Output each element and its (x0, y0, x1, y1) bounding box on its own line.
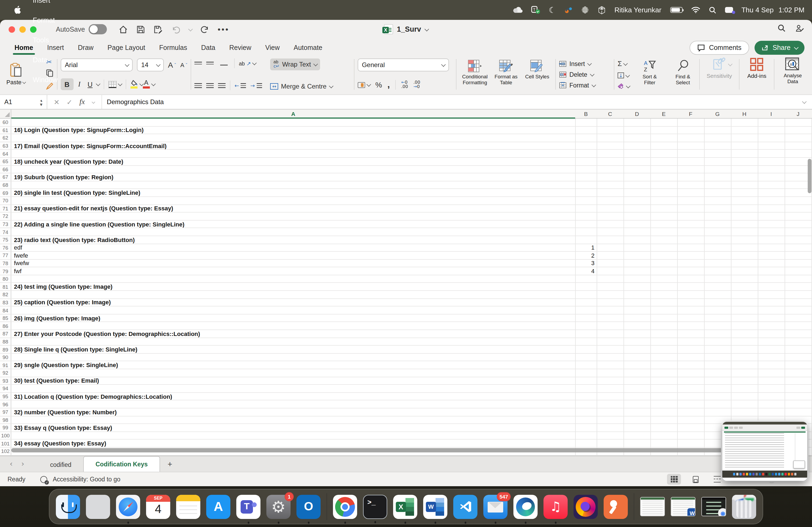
normal-view-button[interactable] (667, 474, 681, 485)
row-header-72[interactable]: 72 (0, 212, 11, 220)
page-break-view-button[interactable] (710, 474, 724, 485)
number-format-select[interactable]: General (358, 59, 449, 71)
colored-app-icon[interactable] (564, 4, 572, 15)
insert-cells-button[interactable]: Insert (559, 59, 611, 69)
merge-centre-button[interactable]: ↔ Merge & Centre (271, 82, 332, 90)
cell-A79[interactable]: fwf (12, 268, 575, 275)
ribbon-tab-draw[interactable]: Draw (71, 39, 100, 56)
analyse-data-button[interactable]: Analyse Data (778, 57, 808, 91)
row-header-93[interactable]: 93 (0, 377, 11, 384)
row-header-65[interactable]: 65 (0, 158, 11, 165)
row-header-91[interactable]: 91 (0, 361, 11, 369)
share-person-icon[interactable] (795, 24, 804, 34)
dock-item-trash[interactable] (732, 495, 756, 519)
cell-A70[interactable] (12, 197, 575, 204)
autosum-button[interactable]: Σ (618, 60, 629, 67)
column-header-I[interactable]: I (758, 109, 785, 118)
menu-item-insert[interactable]: Insert (27, 0, 64, 10)
row-header-102[interactable]: 102 (0, 448, 11, 455)
cell-A77[interactable]: fwefe (12, 252, 575, 259)
cell-A98[interactable] (12, 416, 575, 423)
row-header-100[interactable]: 100 (0, 432, 11, 439)
document-title[interactable]: 1_Surv (384, 24, 428, 34)
delete-cells-button[interactable]: Delete (559, 70, 611, 79)
row-header-73[interactable]: 73 (0, 220, 11, 228)
cell-B78[interactable]: 3 (575, 259, 596, 267)
align-left-icon[interactable] (194, 83, 202, 88)
row-header-89[interactable]: 89 (0, 346, 11, 353)
add-sheet-button[interactable]: + (160, 456, 180, 472)
align-top-icon[interactable] (194, 61, 202, 65)
row-header-60[interactable]: 60 (0, 119, 11, 126)
row-header-99[interactable]: 99 (0, 424, 11, 431)
dock-item-music[interactable]: ♫ (543, 495, 568, 519)
cell-A96[interactable] (12, 401, 575, 408)
onedrive-icon[interactable] (512, 4, 522, 15)
cell-A99[interactable]: 33) Essay q (Question type: Essay) (12, 424, 575, 431)
sheet-tab-codification-keys[interactable]: Codification Keys (83, 456, 160, 472)
cell-A89[interactable]: 28) Single line q (Question type: Single… (12, 346, 575, 353)
row-header-84[interactable]: 84 (0, 307, 11, 314)
menu-item-data[interactable]: Data (27, 50, 64, 70)
row-header-77[interactable]: 77 (0, 252, 11, 259)
fill-button[interactable]: ↓ (618, 73, 629, 78)
percent-style-icon[interactable]: % (375, 80, 382, 89)
cell-A90[interactable] (12, 353, 575, 361)
ribbon-tab-formulas[interactable]: Formulas (152, 39, 194, 56)
cell-A67[interactable]: 19) Suburb (Question type: Region) (12, 174, 575, 181)
cell-A92[interactable] (12, 369, 575, 376)
dock-item-firefox[interactable] (574, 495, 598, 519)
cell-A87[interactable]: 27) Enter your Postcode (Question type: … (12, 330, 575, 337)
cell-A95[interactable]: 31) Location q (Question type: Demograph… (12, 393, 575, 400)
row-header-86[interactable]: 86 (0, 322, 11, 330)
row-header-67[interactable]: 67 (0, 174, 11, 181)
ribbon-tab-review[interactable]: Review (222, 39, 258, 56)
menu-item-format[interactable]: Format (27, 10, 64, 30)
accessibility-status[interactable]: Accessibility: Good to go (53, 476, 120, 482)
cell-A75[interactable]: 23) radio text (Question type: RadioButt… (12, 236, 575, 243)
cell-A85[interactable]: 26) img (Question type: Image) (12, 315, 575, 322)
font-name-select[interactable]: Arial (60, 59, 132, 71)
confirm-entry-icon[interactable]: ✓ (67, 98, 73, 106)
row-header-98[interactable]: 98 (0, 416, 11, 423)
menu-clock[interactable]: Thu 4 Sep 1:02 PM (741, 6, 804, 14)
cell-A80[interactable] (12, 275, 575, 283)
cell-A64[interactable] (12, 150, 575, 157)
formula-bar-expand-icon[interactable] (802, 99, 807, 104)
cell-A60[interactable] (12, 119, 575, 126)
dock-item-excel[interactable] (393, 495, 417, 519)
dock-item-settings[interactable]: ⚙1 (266, 495, 291, 519)
menu-item-tools[interactable]: Tools (27, 30, 64, 50)
align-bottom-icon[interactable] (218, 60, 230, 66)
cell-A94[interactable] (12, 385, 575, 392)
row-header-92[interactable]: 92 (0, 369, 11, 376)
row-header-68[interactable]: 68 (0, 181, 11, 189)
row-header-101[interactable]: 101 (0, 440, 11, 447)
increase-indent-icon[interactable]: → (250, 82, 262, 88)
dock-item-edge[interactable] (513, 495, 538, 519)
cell-A71[interactable]: 21) essay question-edit for nextjs (Ques… (12, 205, 575, 212)
row-header-97[interactable]: 97 (0, 408, 11, 416)
home-icon[interactable] (119, 25, 128, 33)
column-header-A[interactable]: A (11, 109, 575, 118)
column-header-B[interactable]: B (575, 109, 597, 118)
column-header-G[interactable]: G (704, 109, 731, 118)
increase-font-icon[interactable]: Aˆ (168, 61, 176, 69)
cell-A78[interactable]: fwefw (12, 259, 575, 267)
row-header-95[interactable]: 95 (0, 393, 11, 400)
cell-B77[interactable]: 2 (575, 252, 596, 259)
cell-A83[interactable]: 25) caption (Question type: Image) (12, 299, 575, 306)
cell-A74[interactable] (12, 228, 575, 236)
row-header-81[interactable]: 81 (0, 283, 11, 290)
cell-A73[interactable]: 22) Adding a single line question (Quest… (12, 220, 575, 228)
box-app-icon[interactable] (598, 4, 606, 15)
menu-user-name[interactable]: Ritika Yerunkar (614, 6, 661, 14)
conditional-formatting-button[interactable]: Conditional Formatting (460, 59, 490, 85)
dock-item-terminal[interactable] (363, 495, 387, 519)
dock-item-min-word[interactable]: W (671, 497, 695, 516)
sheet-next-icon[interactable]: › (17, 456, 28, 472)
search-icon[interactable] (778, 24, 786, 34)
accounting-format-button[interactable] (358, 82, 370, 88)
column-header-E[interactable]: E (650, 109, 677, 118)
column-header-H[interactable]: H (731, 109, 758, 118)
